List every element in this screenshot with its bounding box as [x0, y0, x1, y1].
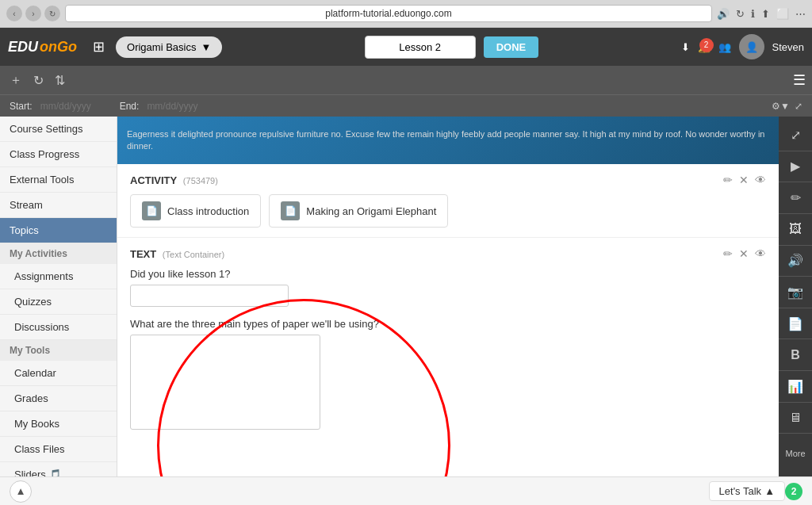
refresh-icon[interactable]: ↻ — [30, 71, 47, 90]
avatar[interactable]: 👤 — [739, 34, 764, 59]
sidebar-item-quizzes[interactable]: Quizzes — [0, 289, 117, 315]
main-layout: Course Settings Class Progress External … — [0, 117, 812, 476]
browser-chrome: ‹ › ↻ platform-tutorial.eduongo.com 🔊 ↻ … — [0, 0, 812, 28]
delete-icon[interactable]: ✕ — [739, 174, 749, 186]
sidebar-item-course-settings[interactable]: Course Settings — [0, 117, 117, 142]
rt-video-button[interactable]: ▶ — [779, 151, 812, 183]
eye-icon[interactable]: 👁 — [755, 174, 766, 186]
sidebar-item-external-tools[interactable]: External Tools — [0, 167, 117, 193]
sidebar-item-calendar[interactable]: Calendar — [0, 361, 117, 386]
lets-talk-label: Let's Talk — [719, 485, 762, 497]
back-button[interactable]: ‹ — [6, 6, 22, 21]
sidebar-item-topics[interactable]: Topics — [0, 218, 117, 243]
add-icon[interactable]: ＋ — [6, 71, 25, 90]
sidebar-item-assignments[interactable]: Assignments — [0, 264, 117, 289]
start-label: Start: — [10, 101, 33, 112]
chat-count-badge[interactable]: 2 — [785, 483, 802, 500]
bottom-bar: ▲ Let's Talk ▲ 2 — [0, 476, 812, 505]
url-bar[interactable]: platform-tutorial.eduongo.com — [65, 5, 712, 22]
sidebar-item-sliders[interactable]: Sliders 🎵 — [0, 462, 117, 476]
rt-chart-button[interactable]: 📊 — [779, 371, 812, 403]
sidebar-label-topics: Topics — [10, 224, 39, 236]
activity-title-area: ACTIVITY (753479) — [130, 174, 218, 186]
lesson-input[interactable] — [365, 36, 476, 59]
text-eye-icon[interactable]: 👁 — [755, 247, 766, 260]
text-title-area: TEXT (Text Container) — [130, 248, 224, 260]
right-toolbar: ⤢ ▶ ✏ 🖼 🔊 📷 📄 B 📊 🖥 More — [779, 117, 812, 476]
scroll-up-button[interactable]: ▲ — [10, 480, 32, 503]
sidebar-item-stream[interactable]: Stream — [0, 193, 117, 218]
arrows-icon[interactable]: ⇅ — [52, 71, 68, 90]
text-section-header: TEXT (Text Container) ✏ ✕ 👁 — [130, 247, 766, 260]
text-section: TEXT (Text Container) ✏ ✕ 👁 Did you like… — [117, 238, 779, 439]
done-button[interactable]: DONE — [484, 36, 539, 58]
sidebar: Course Settings Class Progress External … — [0, 117, 117, 476]
course-dropdown[interactable]: Origami Basics ▼ — [116, 36, 222, 58]
reload-icon: ↻ — [736, 8, 745, 20]
sidebar-label-class-files: Class Files — [14, 443, 65, 455]
settings-icon[interactable]: ⚙▼ — [772, 101, 790, 112]
speaker-icon: 🔊 — [717, 8, 730, 20]
activity-header: ACTIVITY (753479) ✏ ✕ 👁 — [130, 174, 766, 186]
start-date-input[interactable] — [40, 101, 112, 112]
browser-icons: 🔊 ↻ ℹ ⬆ ⬜ ⋯ — [717, 8, 806, 20]
text-delete-icon[interactable]: ✕ — [739, 247, 749, 260]
activity-list: 📄 Class introduction 📄 Making an Origami… — [130, 194, 766, 228]
window-icon: ⬜ — [776, 8, 789, 20]
sidebar-label-sliders: Sliders 🎵 — [14, 469, 61, 476]
text-edit-icon[interactable]: ✏ — [723, 247, 733, 260]
rt-monitor-button[interactable]: 🖥 — [779, 403, 812, 434]
activity-origami-elephant[interactable]: 📄 Making an Origami Elephant — [269, 194, 448, 228]
date-section: Start: End: ⚙▼ ⤢ — [0, 94, 812, 117]
notification-badge: 2 — [699, 38, 714, 52]
rt-pencil-button[interactable]: ✏ — [779, 182, 812, 214]
rt-audio-button[interactable]: 🔊 — [779, 246, 812, 277]
app-container: EDUonGo ⊞ Origami Basics ▼ DONE ⬇ 🔔 2 👥 … — [0, 28, 812, 505]
activity-title: ACTIVITY — [130, 174, 177, 186]
sidebar-label-discussions: Discussions — [14, 321, 69, 333]
rt-more-button[interactable]: More — [779, 434, 812, 473]
nav-buttons: ‹ › ↻ — [6, 6, 60, 21]
refresh-button[interactable]: ↻ — [44, 6, 60, 21]
sidebar-label-external-tools: External Tools — [10, 174, 74, 186]
course-name: Origami Basics — [127, 41, 196, 53]
grid-icon[interactable]: ⊞ — [93, 38, 105, 55]
rt-expand-button[interactable]: ⤢ — [779, 120, 812, 151]
edit-icon[interactable]: ✏ — [723, 174, 733, 186]
sidebar-item-my-books[interactable]: My Books — [0, 411, 117, 437]
info-icon: ℹ — [751, 8, 755, 20]
chat-arrow-icon: ▲ — [764, 485, 775, 497]
top-nav-right: ⬇ 🔔 2 👥 👤 Steven — [681, 34, 804, 59]
sidebar-item-class-files[interactable]: Class Files — [0, 437, 117, 462]
rt-image-button[interactable]: 🖼 — [779, 214, 812, 246]
text-section-actions: ✏ ✕ 👁 — [723, 247, 766, 260]
rt-document-button[interactable]: 📄 — [779, 308, 812, 340]
activity-class-introduction[interactable]: 📄 Class introduction — [130, 194, 261, 228]
banner-image: Eagerness it delighted pronounce repulsi… — [117, 117, 779, 164]
activity-id: (753479) — [183, 176, 218, 186]
hamburger-icon[interactable]: ☰ — [793, 71, 806, 89]
question1-label: Did you like lesson 1? — [130, 268, 766, 280]
end-date-input[interactable] — [147, 101, 218, 112]
download-icon[interactable]: ⬇ — [681, 41, 690, 53]
sidebar-item-discussions[interactable]: Discussions — [0, 315, 117, 340]
sidebar-item-class-progress[interactable]: Class Progress — [0, 142, 117, 167]
my-activities-label: My Activities — [10, 248, 67, 259]
sidebar-label-grades: Grades — [14, 392, 48, 404]
expand-icon[interactable]: ⤢ — [795, 101, 802, 112]
sidebar-label-my-books: My Books — [14, 418, 59, 430]
rt-camera-button[interactable]: 📷 — [779, 277, 812, 308]
activity-actions: ✏ ✕ 👁 — [723, 174, 766, 186]
share-icon: ⬆ — [761, 8, 770, 20]
activity-icon-2: 📄 — [281, 201, 300, 220]
rt-bold-button[interactable]: B — [779, 339, 812, 371]
sidebar-item-grades[interactable]: Grades — [0, 386, 117, 411]
short-answer-input[interactable] — [130, 285, 289, 307]
forward-button[interactable]: › — [25, 6, 41, 21]
sidebar-label-quizzes: Quizzes — [14, 296, 52, 308]
lets-talk-button[interactable]: Let's Talk ▲ — [709, 481, 785, 501]
question2-label: What are the three main types of paper w… — [130, 318, 766, 330]
notification-wrapper[interactable]: 🔔 2 — [698, 41, 710, 53]
long-answer-input[interactable] — [130, 335, 320, 430]
users-icon[interactable]: 👥 — [718, 41, 731, 53]
